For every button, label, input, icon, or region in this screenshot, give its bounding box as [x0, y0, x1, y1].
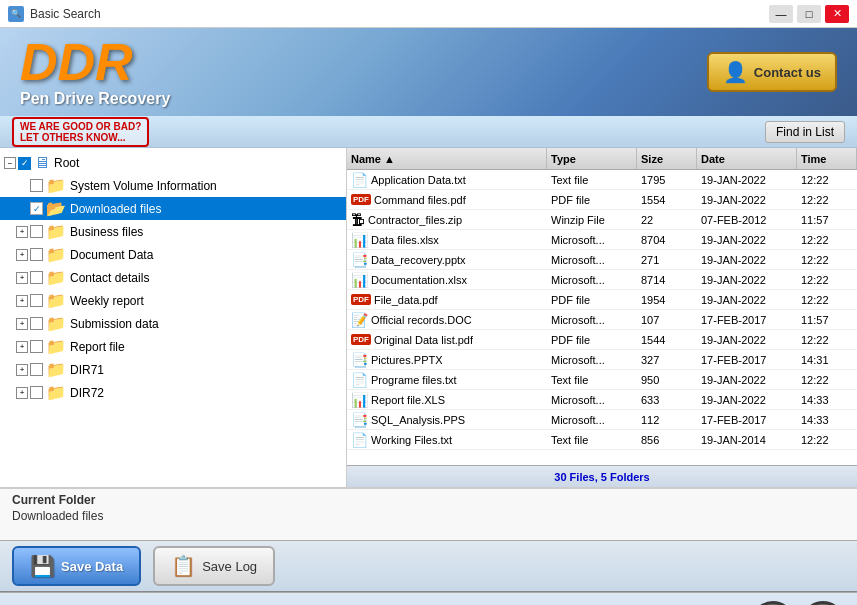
tree-item-docdata[interactable]: + 📁 Document Data	[0, 243, 346, 266]
tree-item-report[interactable]: + 📁 Report file	[0, 335, 346, 358]
downloaded-checkbox[interactable]: ✓	[30, 202, 43, 215]
minimize-button[interactable]: —	[769, 5, 793, 23]
file-name: Data files.xlsx	[371, 234, 439, 246]
file-row[interactable]: 📊 Data files.xlsx Microsoft... 8704 19-J…	[347, 230, 857, 250]
app-icon: 🔍	[8, 6, 24, 22]
file-size: 950	[637, 374, 697, 386]
svi-checkbox[interactable]	[30, 179, 43, 192]
tree-item-dir72[interactable]: + 📁 DIR72	[0, 381, 346, 404]
col-header-date[interactable]: Date	[697, 148, 797, 169]
file-date: 19-JAN-2022	[697, 374, 797, 386]
weekly-expand-icon[interactable]: +	[16, 295, 28, 307]
file-row[interactable]: PDF File_data.pdf PDF file 1954 19-JAN-2…	[347, 290, 857, 310]
file-time: 12:22	[797, 294, 857, 306]
tree-item-contact[interactable]: + 📁 Contact details	[0, 266, 346, 289]
file-type: Microsoft...	[547, 254, 637, 266]
log-label: Save Log	[202, 559, 257, 574]
file-row[interactable]: 📄 Application Data.txt Text file 1795 19…	[347, 170, 857, 190]
nav-prev-button[interactable]: ◀	[751, 601, 795, 606]
tree-item-submission[interactable]: + 📁 Submission data	[0, 312, 346, 335]
root-expand-icon[interactable]: −	[4, 157, 16, 169]
file-row[interactable]: 📝 Official records.DOC Microsoft... 107 …	[347, 310, 857, 330]
business-checkbox[interactable]	[30, 225, 43, 238]
file-type: Text file	[547, 434, 637, 446]
file-row[interactable]: 📄 Working Files.txt Text file 856 19-JAN…	[347, 430, 857, 450]
file-type: PDF file	[547, 194, 637, 206]
file-time: 14:33	[797, 394, 857, 406]
close-button[interactable]: ✕	[825, 5, 849, 23]
file-type: Microsoft...	[547, 234, 637, 246]
tree-item-weekly[interactable]: + 📁 Weekly report	[0, 289, 346, 312]
contact-checkbox[interactable]	[30, 271, 43, 284]
docdata-folder-icon: 📁	[46, 245, 66, 264]
root-folder-icon: 🖥	[34, 154, 50, 172]
titlebar-left: 🔍 Basic Search	[8, 6, 101, 22]
business-expand-icon[interactable]: +	[16, 226, 28, 238]
save-data-button[interactable]: 💾 Save Data	[12, 546, 141, 586]
dir71-expand-icon[interactable]: +	[16, 364, 28, 376]
logo-ddr: DDR	[20, 36, 170, 88]
file-row[interactable]: 📑 Data_recovery.pptx Microsoft... 271 19…	[347, 250, 857, 270]
file-row[interactable]: 📄 Programe files.txt Text file 950 19-JA…	[347, 370, 857, 390]
window-title: Basic Search	[30, 7, 101, 21]
nav-next-button[interactable]: ▶	[801, 601, 845, 606]
docdata-label: Document Data	[70, 248, 153, 262]
weekly-checkbox[interactable]	[30, 294, 43, 307]
submission-checkbox[interactable]	[30, 317, 43, 330]
file-row[interactable]: 📑 Pictures.PPTX Microsoft... 327 17-FEB-…	[347, 350, 857, 370]
find-in-list-button[interactable]: Find in List	[765, 121, 845, 143]
col-header-name[interactable]: Name ▲	[347, 148, 547, 169]
file-row[interactable]: 📊 Documentation.xlsx Microsoft... 8714 1…	[347, 270, 857, 290]
tree-item-downloaded[interactable]: ✓ 📂 Downloaded files	[0, 197, 346, 220]
file-name-cell: 📊 Data files.xlsx	[347, 232, 547, 248]
tree-root[interactable]: − ✓ 🖥 Root	[0, 152, 346, 174]
dir72-expand-icon[interactable]: +	[16, 387, 28, 399]
log-icon: 📋	[171, 554, 196, 578]
file-type: Text file	[547, 174, 637, 186]
file-size: 8714	[637, 274, 697, 286]
docdata-checkbox[interactable]	[30, 248, 43, 261]
file-time: 14:31	[797, 354, 857, 366]
save-log-button[interactable]: 📋 Save Log	[153, 546, 275, 586]
contact-button[interactable]: 👤 Contact us	[707, 52, 837, 92]
file-size: 1544	[637, 334, 697, 346]
tree-panel: − ✓ 🖥 Root 📁 System Volume Information ✓…	[0, 148, 347, 487]
tree-item-dir71[interactable]: + 📁 DIR71	[0, 358, 346, 381]
file-row[interactable]: 📑 SQL_Analysis.PPS Microsoft... 112 17-F…	[347, 410, 857, 430]
bottom-toolbar: 💾 Save Data 📋 Save Log	[0, 540, 857, 592]
maximize-button[interactable]: □	[797, 5, 821, 23]
docdata-expand-icon[interactable]: +	[16, 249, 28, 261]
file-date: 19-JAN-2022	[697, 174, 797, 186]
file-count: 30 Files, 5 Folders	[554, 471, 649, 483]
file-date: 19-JAN-2022	[697, 254, 797, 266]
tree-item-svi[interactable]: 📁 System Volume Information	[0, 174, 346, 197]
file-row[interactable]: PDF Original Data list.pdf PDF file 1544…	[347, 330, 857, 350]
col-header-time[interactable]: Time	[797, 148, 857, 169]
file-date: 19-JAN-2022	[697, 234, 797, 246]
tree-item-business[interactable]: + 📁 Business files	[0, 220, 346, 243]
file-row[interactable]: 🗜 Contractor_files.zip Winzip File 22 07…	[347, 210, 857, 230]
submission-label: Submission data	[70, 317, 159, 331]
file-size: 107	[637, 314, 697, 326]
report-checkbox[interactable]	[30, 340, 43, 353]
file-size: 633	[637, 394, 697, 406]
file-row[interactable]: PDF Command files.pdf PDF file 1554 19-J…	[347, 190, 857, 210]
contact-expand-icon[interactable]: +	[16, 272, 28, 284]
submission-expand-icon[interactable]: +	[16, 318, 28, 330]
dir72-checkbox[interactable]	[30, 386, 43, 399]
file-time: 12:22	[797, 194, 857, 206]
banner-badge: WE ARE GOOD OR BAD? LET OTHERS KNOW...	[12, 117, 149, 147]
col-header-size[interactable]: Size	[637, 148, 697, 169]
file-type: Text file	[547, 374, 637, 386]
file-type-icon: 📝	[351, 312, 368, 328]
contact-label: Contact details	[70, 271, 149, 285]
file-type-icon: 📑	[351, 352, 368, 368]
file-type-icon: 📄	[351, 372, 368, 388]
root-checkbox[interactable]: ✓	[18, 157, 31, 170]
file-time: 12:22	[797, 434, 857, 446]
file-row[interactable]: 📊 Report file.XLS Microsoft... 633 19-JA…	[347, 390, 857, 410]
col-header-type[interactable]: Type	[547, 148, 637, 169]
report-expand-icon[interactable]: +	[16, 341, 28, 353]
dir71-checkbox[interactable]	[30, 363, 43, 376]
main-area: − ✓ 🖥 Root 📁 System Volume Information ✓…	[0, 148, 857, 488]
